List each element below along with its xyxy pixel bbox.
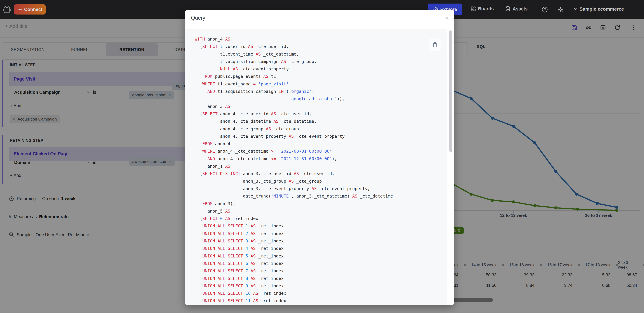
workspace-selector[interactable]: Sample ecommerce <box>574 6 624 12</box>
sql-text: WITH anon_4 AS (SELECT t1.user_id AS _ct… <box>185 29 446 305</box>
boards-label: Boards <box>478 6 494 12</box>
boards-grid-icon <box>470 6 476 12</box>
connect-label: Connect <box>24 7 42 12</box>
clipboard-copy-icon <box>432 42 438 48</box>
sql-code-block: WITH anon_4 AS (SELECT t1.user_id AS _ct… <box>185 29 446 305</box>
close-icon[interactable]: × <box>443 14 451 22</box>
workspace-label: Sample ecommerce <box>580 6 624 12</box>
help-icon[interactable] <box>541 6 548 13</box>
app-root: Connect Explore Boards <box>0 0 644 313</box>
gear-icon[interactable] <box>557 6 564 13</box>
mitzu-cat-logo-icon[interactable] <box>3 5 11 14</box>
modal-title: Query <box>191 15 205 21</box>
nav-boards[interactable]: Boards <box>470 6 494 12</box>
connect-button[interactable]: Connect <box>14 4 46 14</box>
query-modal: Query × WITH anon_4 AS (SELECT t1.user_i… <box>185 10 454 305</box>
copy-button[interactable] <box>429 38 442 51</box>
chevron-down-icon <box>574 8 578 10</box>
nav-assets[interactable]: Assets <box>505 6 528 12</box>
modal-scrollbar-thumb[interactable] <box>449 30 452 152</box>
link-icon <box>18 7 22 12</box>
assets-label: Assets <box>513 6 528 12</box>
database-icon <box>505 6 510 12</box>
